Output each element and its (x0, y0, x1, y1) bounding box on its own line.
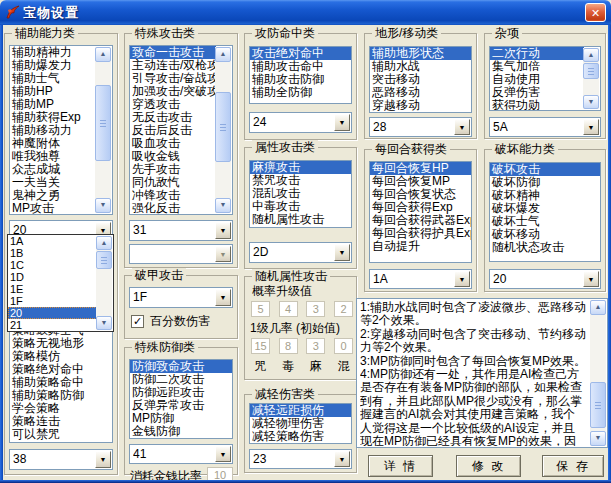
list-item[interactable]: 混乱攻击 (250, 187, 351, 200)
list-item[interactable]: 强化反击 (130, 202, 216, 215)
modify-button[interactable]: 修 改 (456, 455, 521, 477)
scroll-thumb[interactable] (95, 85, 111, 161)
list-item[interactable]: 冲锋攻击 (130, 189, 216, 202)
dropdown-option[interactable]: 1F (8, 295, 97, 307)
scroll-down-button[interactable]: ▼ (95, 198, 111, 213)
list-item[interactable]: 每回合恢复HP (370, 162, 471, 175)
percent-damage-checkbox[interactable]: ✓ 百分数伤害 (131, 315, 231, 329)
list-item[interactable]: 鬼神之勇 (10, 189, 96, 202)
per-turn-listbox[interactable]: 每回合恢复HP每回合恢复MP每回合恢复状态每回合获得Exp每回合获得武器Exp每… (369, 161, 472, 263)
list-item[interactable]: 辅助攻击防御 (250, 73, 351, 86)
misc-combobox[interactable]: 5A ▼ (489, 117, 601, 137)
scroll-up-button[interactable]: ▲ (96, 236, 112, 250)
scroll-up-button[interactable]: ▲ (95, 47, 111, 62)
list-item[interactable]: 每回合恢复状态 (370, 188, 471, 201)
list-item[interactable]: 吸血攻击 (130, 137, 216, 150)
scroll-thumb[interactable] (590, 382, 606, 428)
scroll-thumb[interactable] (583, 63, 599, 79)
list-item[interactable]: 策略无视地形 (10, 337, 112, 350)
destroy-listbox[interactable]: 破坏攻击破坏防御破坏精神破坏爆发破坏士气破坏移动随机状态攻击 (489, 162, 601, 262)
list-item[interactable]: 减轻物理伤害 (250, 417, 351, 430)
list-item[interactable]: 众志成城 (10, 163, 96, 176)
list-item[interactable]: 辅助地形状态 (370, 47, 471, 60)
special-defense-code-combobox[interactable]: 41 ▼ (129, 444, 233, 464)
dropdown-arrow-icon[interactable]: ▼ (454, 119, 470, 135)
dropdown-arrow-icon[interactable]: ▼ (215, 246, 231, 262)
list-item[interactable]: 每回合获得护具Exp (370, 227, 471, 240)
notes-textarea[interactable]: 1:辅助水战同时包含了凌波微步、恶路移动等2个效果。 2:穿越移动同时包含了突击… (356, 298, 608, 448)
list-item[interactable]: 辅助策略命中 (10, 376, 112, 389)
scrollbar[interactable]: ▲ ▼ (583, 48, 599, 109)
scroll-down-button[interactable]: ▼ (215, 198, 231, 213)
list-item[interactable]: 随机属性攻击 (250, 213, 351, 226)
terrain-move-combobox[interactable]: 28 ▼ (369, 117, 472, 137)
list-item[interactable]: 辅助获得Exp (10, 111, 96, 124)
hit-class-combobox[interactable]: 24 ▼ (249, 112, 352, 133)
list-item[interactable]: 策略模仿 (10, 350, 112, 363)
list-item[interactable]: 主动连击/双枪攻击 (130, 59, 216, 72)
title-bar[interactable]: 宝物设置 ✕ (0, 0, 611, 25)
list-item[interactable]: 破坏防御 (490, 176, 600, 189)
list-item[interactable]: 先手攻击 (130, 163, 216, 176)
scrollbar[interactable]: ▲ ▼ (95, 47, 111, 213)
list-item[interactable]: 反弹异常攻击 (130, 399, 232, 412)
list-item[interactable]: 破坏攻击 (490, 163, 600, 176)
list-item[interactable]: 辅助攻击命中 (250, 60, 351, 73)
scrollbar[interactable]: ▲ ▼ (590, 300, 606, 446)
list-item[interactable]: MP攻击 (10, 202, 96, 215)
list-item[interactable]: 减轻远距损伤 (250, 404, 351, 417)
dropdown-arrow-icon[interactable]: ▼ (454, 271, 470, 287)
list-item[interactable]: 禁咒攻击 (250, 174, 351, 187)
list-item[interactable]: 破坏爆发 (490, 202, 600, 215)
list-item[interactable]: 随机状态攻击 (490, 241, 600, 254)
dropdown-arrow-icon[interactable]: ▼ (334, 451, 350, 467)
list-item[interactable]: 破坏士气 (490, 215, 600, 228)
combo-dropdown-list[interactable]: ▲ ▼ 1A1B1C1D1E1F2021 (7, 234, 114, 332)
dropdown-option[interactable]: 1C (8, 259, 97, 271)
damage-reduce-listbox[interactable]: 减轻远距损伤减轻物理伤害减轻策略伤害 (249, 403, 352, 444)
destroy-combobox[interactable]: 20 ▼ (489, 269, 601, 289)
special-attack-empty-combobox[interactable]: ▼ (129, 244, 233, 264)
scroll-down-button[interactable]: ▼ (583, 95, 599, 109)
attr-attack-listbox[interactable]: 麻痹攻击禁咒攻击混乱攻击中毒攻击随机属性攻击 (249, 160, 352, 228)
details-button[interactable]: 详 情 (368, 455, 433, 477)
dropdown-option[interactable]: 1A (8, 235, 97, 247)
scroll-up-button[interactable]: ▲ (215, 47, 231, 62)
list-item[interactable]: 恶路移动 (370, 86, 471, 99)
list-item[interactable]: 可以禁咒 (10, 428, 112, 441)
dropdown-option[interactable]: 21 (8, 319, 97, 331)
damage-reduce-combobox[interactable]: 23 ▼ (249, 449, 352, 469)
list-item[interactable]: 加强攻击/突破攻击 (130, 85, 216, 98)
list-item[interactable]: 破坏移动 (490, 228, 600, 241)
dropdown-arrow-icon[interactable]: ▼ (215, 289, 231, 306)
attr-attack-combobox[interactable]: 2D ▼ (249, 242, 352, 263)
list-item[interactable]: 减轻策略伤害 (250, 430, 351, 443)
hit-class-listbox[interactable]: 攻击绝对命中辅助攻击命中辅助攻击防御辅助全防御 (249, 46, 352, 104)
dropdown-option[interactable]: 1B (8, 247, 97, 259)
list-item[interactable]: 自动提升 (370, 240, 471, 253)
list-item[interactable]: 自动使用 (490, 73, 584, 86)
aux-ability-listbox[interactable]: ▲ ▼ 辅助精神力辅助爆发力辅助士气辅助HP辅助MP辅助获得Exp辅助移动力神魔… (9, 45, 113, 215)
list-item[interactable]: 吸收金钱 (130, 150, 216, 163)
list-item[interactable]: 同仇敌忾 (130, 176, 216, 189)
dropdown-arrow-icon[interactable]: ▼ (95, 451, 111, 468)
special-attack-code-combobox[interactable]: 31 ▼ (129, 220, 233, 241)
misc-listbox[interactable]: ▲ ▼ 二次行动集气加倍自动使用反弹伤害获得功勋 (489, 46, 601, 111)
scroll-up-button[interactable]: ▲ (590, 300, 606, 315)
terrain-move-listbox[interactable]: 辅助地形状态辅助水战突击移动恶路移动穿越移动 (369, 46, 472, 113)
list-item[interactable]: 防御二次攻击 (130, 373, 232, 386)
dropdown-arrow-icon[interactable]: ▼ (334, 114, 350, 131)
list-item[interactable]: 辅助HP (10, 85, 96, 98)
list-item[interactable]: 反弹伤害 (490, 86, 584, 99)
list-item[interactable]: 辅助爆发力 (10, 59, 96, 72)
special-defense-listbox[interactable]: 防御致命攻击防御二次攻击防御远距攻击反弹异常攻击MP防御金钱防御 (129, 359, 233, 439)
list-item[interactable]: 引导攻击/奋战攻击 (130, 72, 216, 85)
scrollbar[interactable]: ▲ ▼ (96, 236, 112, 330)
dropdown-option[interactable]: 1E (8, 283, 97, 295)
dropdown-arrow-icon[interactable]: ▼ (215, 222, 231, 239)
close-button[interactable]: ✕ (585, 3, 606, 22)
list-item[interactable]: 无反击攻击 (130, 111, 216, 124)
save-button[interactable]: 保 存 (542, 455, 604, 477)
scroll-thumb[interactable] (215, 92, 231, 162)
list-item[interactable]: 学会策略 (10, 402, 112, 415)
